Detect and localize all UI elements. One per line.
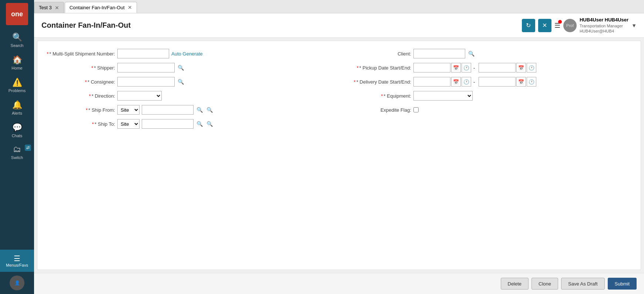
ship-from-search-button[interactable]: 🔍 xyxy=(206,107,214,113)
pickup-end-group: 📅 🕐 xyxy=(479,63,536,72)
delivery-end-time-button[interactable]: 🕐 xyxy=(527,77,536,87)
delivery-end-calendar-button[interactable]: 📅 xyxy=(516,77,526,87)
shipper-row: ** Shipper: 🔍 xyxy=(45,62,332,73)
delivery-start-input[interactable] xyxy=(413,77,450,87)
ship-from-type-select[interactable]: Site Address xyxy=(117,105,140,115)
tab-test3[interactable]: Test 3 ✕ xyxy=(34,2,64,13)
multi-split-label: ** Multi-Split Shipment Number: xyxy=(45,51,115,57)
user-avatar: Prof xyxy=(563,19,577,32)
ship-from-input[interactable] xyxy=(142,105,194,115)
pickup-end-time-button[interactable]: 🕐 xyxy=(527,63,536,72)
switch-icon: 🗂 xyxy=(13,145,21,154)
sidebar-item-label: Home xyxy=(11,66,22,70)
header-actions: ↻ ✕ ☰ Prof HUB4User HUB4User Transportat… xyxy=(522,17,637,34)
auto-generate-link[interactable]: Auto Generate xyxy=(171,51,203,57)
sidebar-item-search[interactable]: 🔍 Search xyxy=(0,29,34,51)
equipment-label: ** Equipment: xyxy=(346,93,411,99)
consignee-row: ** Consignee: 🔍 xyxy=(45,77,332,87)
ship-from-zoom-button[interactable]: 🔍 xyxy=(196,107,204,113)
expedite-checkbox[interactable] xyxy=(413,107,419,112)
sidebar-bottom: ☰ Menus/Favs 👤 xyxy=(0,250,34,294)
consignee-label: ** Consignee: xyxy=(45,79,115,85)
tab-close-test3[interactable]: ✕ xyxy=(55,5,59,10)
pickup-end-input[interactable] xyxy=(479,63,516,72)
sidebar-item-label: Search xyxy=(11,43,24,48)
sidebar-item-problems[interactable]: ⚠️ Problems xyxy=(0,74,34,97)
client-search-button[interactable]: 🔍 xyxy=(467,51,475,57)
user-info: HUB4User HUB4User Transportation Manager… xyxy=(580,17,637,34)
avatar-circle: 👤 xyxy=(10,276,24,290)
ship-to-row: ** Ship To: Site Address 🔍 🔍 xyxy=(45,119,332,129)
sidebar-item-chats[interactable]: 💬 Chats xyxy=(0,119,34,142)
delivery-start-time-button[interactable]: 🕐 xyxy=(462,77,471,87)
pickup-label: ** Pickup Date Start/End: xyxy=(346,65,411,71)
pickup-end-calendar-button[interactable]: 📅 xyxy=(516,63,526,72)
refresh-icon: ↻ xyxy=(526,22,531,29)
shipper-input[interactable] xyxy=(117,63,175,72)
ship-to-type-select[interactable]: Site Address xyxy=(117,119,140,129)
sidebar-item-label: Problems xyxy=(9,88,26,93)
refresh-button[interactable]: ↻ xyxy=(522,19,535,32)
close-icon: ✕ xyxy=(542,22,547,29)
menu-button[interactable]: ☰ xyxy=(554,21,560,30)
pickup-start-group: 📅 🕐 - xyxy=(413,63,476,72)
ship-to-zoom-button[interactable]: 🔍 xyxy=(196,121,204,127)
client-label: Client: xyxy=(346,51,411,57)
form-right-section: Client: 🔍 ** Pickup Date Start/End: 📅 🕐 … xyxy=(346,48,633,129)
delivery-date-row: ** Delivery Date Start/End: 📅 🕐 - 📅 🕐 xyxy=(346,77,633,87)
submit-button[interactable]: Submit xyxy=(608,278,637,290)
sidebar-item-alerts[interactable]: 🔔 Alerts xyxy=(0,97,34,119)
alerts-icon: 🔔 xyxy=(12,100,22,110)
form-footer: Delete Clone Save As Draft Submit xyxy=(34,273,644,294)
form-grid: ** Multi-Split Shipment Number: Auto Gen… xyxy=(45,48,633,129)
equipment-select[interactable]: Truck Rail Air xyxy=(413,91,473,101)
switch-badge[interactable]: ⇄ xyxy=(25,145,31,151)
multi-split-row: ** Multi-Split Shipment Number: Auto Gen… xyxy=(45,48,332,59)
delivery-end-group: 📅 🕐 xyxy=(479,77,536,87)
expedite-label: Expedite Flag: xyxy=(346,107,411,113)
pickup-start-time-button[interactable]: 🕐 xyxy=(462,63,471,72)
main-content: Test 3 ✕ Container Fan-In/Fan-Out ✕ Cont… xyxy=(34,0,644,294)
problems-icon: ⚠️ xyxy=(12,78,22,87)
form-content: ** Multi-Split Shipment Number: Auto Gen… xyxy=(37,41,641,270)
menus-icon: ☰ xyxy=(14,254,20,263)
consignee-search-button[interactable]: 🔍 xyxy=(177,79,185,85)
tab-container-fanin-fanout[interactable]: Container Fan-In/Fan-Out ✕ xyxy=(65,2,137,13)
sidebar-item-switch[interactable]: 🗂 ⇄ Switch xyxy=(0,142,34,163)
delete-button[interactable]: Delete xyxy=(501,278,529,290)
home-icon: 🏠 xyxy=(12,55,22,65)
sidebar-item-home[interactable]: 🏠 Home xyxy=(0,51,34,74)
delivery-start-calendar-button[interactable]: 📅 xyxy=(451,77,461,87)
delivery-end-input[interactable] xyxy=(479,77,516,87)
sidebar-item-label: Chats xyxy=(12,134,23,138)
pickup-start-calendar-button[interactable]: 📅 xyxy=(451,63,461,72)
form-left-section: ** Multi-Split Shipment Number: Auto Gen… xyxy=(45,48,332,129)
ship-to-search-button[interactable]: 🔍 xyxy=(206,121,214,127)
direction-select[interactable]: Inbound Outbound xyxy=(117,91,162,101)
direction-label: ** Direction: xyxy=(45,93,115,99)
menus-favs-button[interactable]: ☰ Menus/Favs xyxy=(0,250,34,272)
user-role: Transportation Manager xyxy=(580,23,628,28)
sidebar-avatar[interactable]: 👤 xyxy=(0,272,34,294)
sidebar-item-label: Switch xyxy=(11,155,23,160)
delivery-label: ** Delivery Date Start/End: xyxy=(346,79,411,85)
expedite-row: Expedite Flag: xyxy=(346,105,633,115)
pickup-start-input[interactable] xyxy=(413,63,450,72)
client-input[interactable] xyxy=(413,49,465,58)
page-title: Container Fan-In/Fan-Out xyxy=(41,21,131,30)
ship-to-input[interactable] xyxy=(142,119,194,129)
ship-to-label: ** Ship To: xyxy=(45,121,115,127)
chats-icon: 💬 xyxy=(12,123,22,132)
shipper-search-button[interactable]: 🔍 xyxy=(177,65,185,71)
multi-split-input[interactable] xyxy=(117,49,169,58)
tab-close-container[interactable]: ✕ xyxy=(128,5,132,10)
app-logo[interactable]: one xyxy=(6,3,28,25)
ship-from-label: ** Ship From: xyxy=(45,107,115,113)
search-icon: 🔍 xyxy=(12,33,22,42)
clone-button[interactable]: Clone xyxy=(531,278,558,290)
close-button[interactable]: ✕ xyxy=(538,19,551,32)
user-dropdown-icon[interactable]: ▼ xyxy=(631,23,637,28)
save-draft-button[interactable]: Save As Draft xyxy=(561,278,604,290)
consignee-input[interactable] xyxy=(117,77,175,87)
direction-row: ** Direction: Inbound Outbound xyxy=(45,91,332,101)
